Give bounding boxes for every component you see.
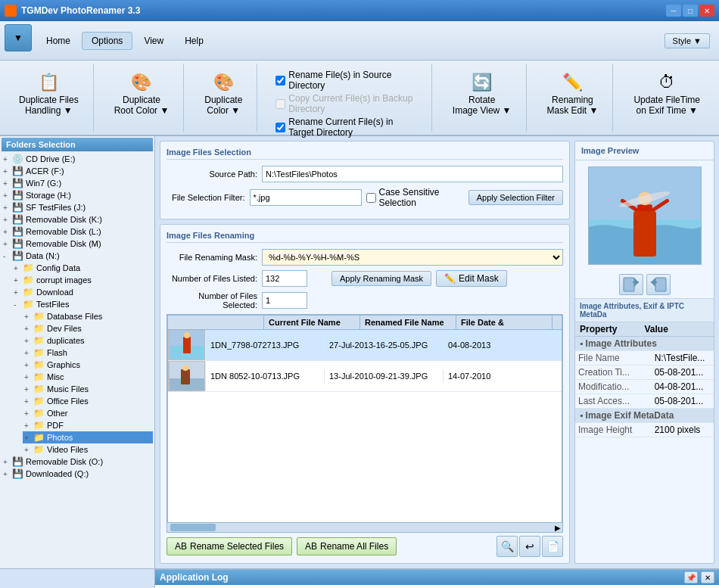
rename-target-input[interactable]: [275, 123, 285, 132]
expand-icon[interactable]: +: [3, 191, 12, 200]
menu-tab-view[interactable]: View: [134, 32, 173, 50]
expand-icon[interactable]: +: [24, 337, 33, 345]
files-listed-input[interactable]: [262, 270, 307, 287]
tree-item-duplicates[interactable]: + 📁 duplicates: [23, 334, 153, 347]
apply-mask-button[interactable]: Apply Renaming Mask: [331, 271, 431, 286]
menu-tab-options[interactable]: Options: [82, 32, 132, 50]
tree-item-flash[interactable]: + 📁 Flash: [23, 347, 153, 359]
rename-source-checkbox[interactable]: Rename File(s) in Source Directory: [275, 70, 419, 91]
case-sensitive-checkbox[interactable]: Case Sensitive Selection: [366, 187, 464, 208]
tree-item-dev[interactable]: + 📁 Dev Files: [23, 322, 153, 334]
tree-item-other[interactable]: + 📁 Other: [23, 407, 153, 419]
rotate-left-button[interactable]: [619, 274, 643, 295]
tree-item-sf[interactable]: + 💾 SF TestFiles (J:): [2, 201, 153, 213]
tree-item-win7[interactable]: + 💾 Win7 (G:): [2, 177, 153, 189]
expand-icon[interactable]: +: [24, 361, 33, 369]
tree-item-removable-l[interactable]: + 💾 Removable Disk (L:): [2, 226, 153, 238]
expand-icon[interactable]: +: [3, 155, 12, 163]
tree-item-cd-drive[interactable]: + 💿 CD Drive (E:): [2, 153, 153, 165]
search-files-button[interactable]: 🔍: [496, 536, 518, 557]
expand-icon[interactable]: +: [3, 167, 12, 176]
extra-button[interactable]: 📄: [542, 536, 563, 557]
log-clear-button[interactable]: ✕: [701, 571, 714, 583]
expand-icon[interactable]: -: [3, 252, 12, 260]
tree-item-download[interactable]: + 📁 Download: [12, 286, 153, 298]
undo-button[interactable]: ↩: [519, 536, 540, 557]
case-sensitive-input[interactable]: [366, 193, 376, 203]
tree-item-office[interactable]: + 📁 Office Files: [23, 395, 153, 407]
style-button[interactable]: Style ▼: [665, 33, 710, 48]
update-filetime-button[interactable]: ⏱ Update FileTimeon Exif Time ▼: [628, 67, 705, 120]
duplicate-color-button[interactable]: 🎨 DuplicateColor ▼: [199, 67, 247, 120]
tree-item-acer[interactable]: + 💾 ACER (F:): [2, 165, 153, 177]
tree-item-testfiles[interactable]: - 📁 TestFiles: [12, 298, 153, 310]
expand-icon[interactable]: +: [3, 240, 12, 248]
expand-icon[interactable]: +: [3, 458, 12, 466]
source-path-input[interactable]: [262, 166, 563, 182]
expand-icon[interactable]: +: [24, 325, 33, 333]
expand-icon[interactable]: +: [24, 446, 33, 454]
expand-icon[interactable]: +: [24, 349, 33, 357]
apply-filter-button[interactable]: Apply Selection Filter: [468, 190, 563, 205]
expand-icon[interactable]: +: [24, 373, 33, 381]
log-pin-button[interactable]: 📌: [684, 571, 698, 583]
horizontal-scrollbar[interactable]: ▶: [167, 523, 562, 532]
rename-all-button[interactable]: AB Rename All Files: [297, 537, 397, 555]
duplicate-files-button[interactable]: 📋 Duplicate FilesHandling ▼: [14, 67, 84, 120]
removable-m-label: Removable Disk (M): [26, 239, 101, 248]
rename-source-input[interactable]: [275, 76, 285, 86]
renaming-mask-button[interactable]: ✏️ RenamingMask Edit ▼: [542, 67, 604, 120]
tree-item-photos[interactable]: + 📁 Photos: [23, 431, 153, 443]
mask-select[interactable]: %d-%b-%Y-%H-%M-%S: [262, 249, 563, 266]
tree-item-music[interactable]: + 📁 Music Files: [23, 383, 153, 395]
edit-mask-button[interactable]: ✏️ Edit Mask: [436, 270, 507, 287]
expand-icon[interactable]: +: [3, 470, 12, 478]
tree-item-video[interactable]: + 📁 Video Files: [23, 443, 153, 456]
close-button[interactable]: ✕: [699, 5, 714, 17]
tree-item-config[interactable]: + 📁 Config Data: [12, 262, 153, 274]
rotate-image-button[interactable]: 🔄 RotateImage View ▼: [447, 67, 517, 120]
minimize-button[interactable]: ─: [666, 5, 681, 17]
tree-item-graphics[interactable]: + 📁 Graphics: [23, 359, 153, 371]
rotate-right-button[interactable]: [646, 274, 671, 295]
expand-icon[interactable]: +: [3, 204, 12, 212]
tree-item-removable-k[interactable]: + 💾 Removable Disk (K:): [2, 213, 153, 226]
attrs-scroll[interactable]: ▪ Image Attributes File Name N:\TestFile…: [575, 337, 714, 563]
expand-icon[interactable]: +: [14, 264, 23, 272]
tree-item-removable-o[interactable]: + 💾 Removable Disk (O:): [2, 456, 153, 468]
scroll-right-icon[interactable]: ▶: [553, 524, 562, 532]
menu-tab-help[interactable]: Help: [175, 32, 213, 50]
expand-icon[interactable]: +: [24, 313, 33, 321]
expand-icon[interactable]: +: [24, 409, 33, 418]
scrollbar-thumb[interactable]: [170, 524, 216, 531]
expand-icon[interactable]: +: [3, 179, 12, 188]
expand-icon[interactable]: +: [3, 228, 12, 236]
expand-icon[interactable]: +: [14, 276, 23, 285]
tree-item-misc[interactable]: + 📁 Misc: [23, 371, 153, 383]
expand-icon[interactable]: +: [3, 216, 12, 224]
expand-icon[interactable]: -: [14, 300, 23, 309]
expand-icon[interactable]: +: [24, 397, 33, 406]
tree-item-database[interactable]: + 📁 Database Files: [23, 310, 153, 322]
duplicate-root-color-button[interactable]: 🎨 DuplicateRoot Color ▼: [109, 67, 175, 120]
table-row[interactable]: 1DN 8052-10-0713.JPG 13-Jul-2010-09-21-3…: [168, 361, 562, 392]
tree-item-data-n[interactable]: - 💾 Data (N:): [2, 250, 153, 262]
rename-selected-button[interactable]: AB Rename Selected Files: [167, 537, 292, 555]
expand-icon[interactable]: +: [14, 288, 23, 297]
filter-input[interactable]: [250, 189, 362, 206]
expand-icon[interactable]: +: [24, 385, 33, 394]
app-menu-button[interactable]: ▼: [5, 24, 32, 51]
rename-target-checkbox[interactable]: Rename Current File(s) in Target Directo…: [275, 117, 419, 138]
tree-item-removable-m[interactable]: + 💾 Removable Disk (M): [2, 238, 153, 250]
expand-icon[interactable]: +: [24, 422, 33, 430]
tree-item-corrupt[interactable]: + 📁 corrupt images: [12, 274, 153, 286]
tree-item-pdf[interactable]: + 📁 PDF: [23, 419, 153, 431]
tree-item-downloaded-q[interactable]: + 💾 Downloaded (Q:): [2, 468, 153, 480]
files-selected-input[interactable]: [262, 292, 307, 309]
maximize-button[interactable]: □: [683, 5, 698, 17]
tree-item-storage[interactable]: + 💾 Storage (H:): [2, 189, 153, 201]
copy-backup-checkbox[interactable]: Copy Current File(s) in Backup Directory: [275, 93, 419, 114]
menu-tab-home[interactable]: Home: [36, 32, 80, 50]
expand-icon[interactable]: +: [24, 434, 33, 442]
table-row[interactable]: 1DN_7798-072713.JPG 27-Jul-2013-16-25-05…: [168, 330, 562, 361]
